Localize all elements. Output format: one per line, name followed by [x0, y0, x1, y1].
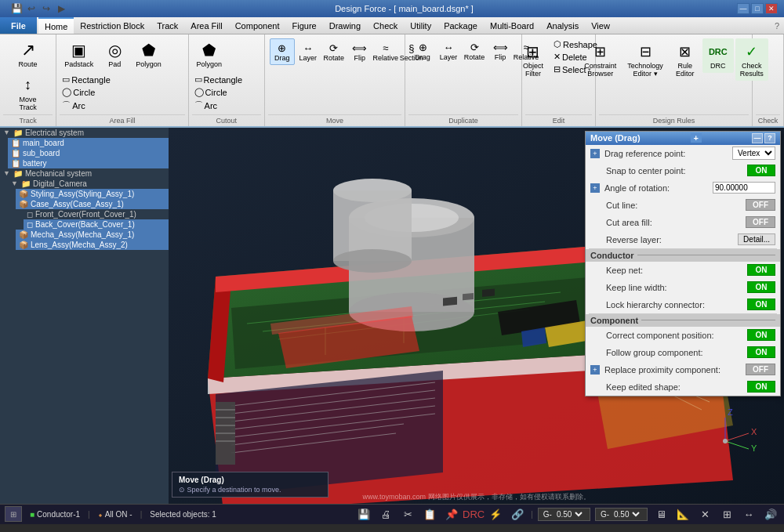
menu-analysis[interactable]: Analysis — [540, 17, 585, 34]
panel-help[interactable]: ? — [764, 133, 775, 143]
drag-panel-help[interactable]: + — [691, 133, 702, 143]
correct-comp-toggle[interactable]: ON — [747, 329, 775, 341]
qa-undo[interactable]: ↩ — [24, 2, 38, 16]
status-icon-10[interactable]: 📐 — [674, 506, 691, 522]
minimize-button[interactable]: — — [737, 3, 750, 14]
panel-minimize[interactable]: — — [752, 133, 763, 143]
menu-restriction-block[interactable]: Restriction Block — [74, 17, 151, 34]
arc-btn[interactable]: ⌒ Arc — [60, 99, 113, 112]
tree-electrical-system[interactable]: ▼ 📁 Electrical system — [0, 128, 169, 138]
dup-flip-button[interactable]: ⟺ Flip — [488, 38, 513, 63]
g1-label: G- — [543, 510, 552, 519]
reverse-layer-detail[interactable]: Detail... — [738, 233, 775, 245]
dup-layer-button[interactable]: ↔ Layer — [436, 38, 461, 63]
g1-select[interactable]: 0.50 — [554, 509, 585, 519]
constraint-browser-button[interactable]: ⊞ ConstraintBrowser — [579, 38, 621, 81]
flip-button[interactable]: ⟺ Flip — [347, 39, 372, 64]
tree-back-cover[interactable]: ◻ Back_Cover(Back_Cover_1) — [24, 219, 169, 230]
status-icon-4[interactable]: 📋 — [421, 506, 438, 522]
tree-digital-camera[interactable]: ▼ 📁 Digital_Camera — [8, 179, 169, 189]
menu-view[interactable]: View — [585, 17, 616, 34]
move-track-button[interactable]: ↕ MoveTrack — [13, 72, 44, 114]
qa-play[interactable]: ▶ — [54, 2, 68, 16]
status-icon-1[interactable]: 💾 — [355, 506, 372, 522]
pad-button[interactable]: ◎ Pad — [99, 37, 130, 71]
menu-utility[interactable]: Utility — [404, 17, 437, 34]
menu-package[interactable]: Package — [437, 17, 484, 34]
replace-prox-toggle[interactable]: OFF — [746, 364, 775, 375]
status-icon-5[interactable]: 📌 — [443, 506, 460, 522]
rule-editor-button[interactable]: ⊠ RuleEditor — [670, 38, 701, 81]
tree-lens-assy[interactable]: 📦 Lens_Assy(Mecha_Assy_2) — [16, 240, 169, 250]
keep-edited-toggle[interactable]: ON — [747, 381, 775, 393]
route-button[interactable]: ↗ Route — [13, 37, 44, 71]
relative-button[interactable]: ≈ Relative — [373, 39, 398, 64]
technology-editor-button[interactable]: ⊟ TechnologyEditor ▾ — [622, 38, 668, 81]
status-icon-3[interactable]: ✂ — [399, 506, 416, 522]
circle-btn[interactable]: ◯ Circle — [60, 86, 113, 98]
status-icon-7[interactable]: ⚡ — [487, 506, 504, 522]
tree-front-cover[interactable]: ◻ Front_Cover(Front_Cover_1) — [24, 209, 169, 219]
drc-status-icon[interactable]: DRC — [465, 506, 482, 522]
menu-area-fill[interactable]: Area Fill — [184, 17, 228, 34]
cut-line-toggle[interactable]: OFF — [746, 199, 775, 211]
menu-drawing[interactable]: Drawing — [323, 17, 367, 34]
tree-mecha-assy[interactable]: 📦 Mecha_Assy(Mecha_Assy_1) — [16, 230, 169, 240]
status-icon-9[interactable]: 🖥 — [652, 506, 670, 522]
padstack-button[interactable]: ▣ Padstack — [60, 37, 98, 71]
menu-component[interactable]: Component — [229, 17, 286, 34]
qa-save[interactable]: 💾 — [9, 2, 24, 16]
angle-expand[interactable]: + — [590, 183, 600, 193]
net-color-indicator: ⬥ — [98, 510, 103, 519]
status-icon-2[interactable]: 🖨 — [377, 506, 394, 522]
tree-main-board[interactable]: 📋 main_board — [8, 138, 169, 148]
status-icon-11[interactable]: ✕ — [696, 506, 713, 522]
cutout-polygon-button[interactable]: ⬟ Polygon — [192, 37, 227, 71]
status-icon-13[interactable]: ↔ — [740, 506, 757, 522]
status-icon-14[interactable]: 🔊 — [762, 506, 779, 522]
cutout-rect-btn[interactable]: ▭ Rectangle — [192, 74, 245, 85]
menu-track[interactable]: Track — [151, 17, 184, 34]
follow-group-toggle[interactable]: ON — [747, 346, 775, 358]
drag-ref-expand[interactable]: + — [590, 149, 600, 158]
dup-drag-button[interactable]: ⊕ Drag — [410, 38, 435, 63]
cutout-arc-btn[interactable]: ⌒ Arc — [192, 99, 245, 112]
tree-styling-assy[interactable]: 📦 Styling_Assy(Styling_Assy_1) — [16, 189, 169, 199]
menu-home[interactable]: Home — [38, 17, 74, 34]
tree-mechanical-system[interactable]: ▼ 📁 Mechanical system — [0, 168, 169, 179]
maximize-button[interactable]: □ — [751, 3, 764, 14]
drag-button[interactable]: ⊕ Drag — [270, 38, 295, 65]
menu-multi-board[interactable]: Multi-Board — [484, 17, 540, 34]
menu-check[interactable]: Check — [367, 17, 404, 34]
rotate-button[interactable]: ⟳ Rotate — [321, 39, 347, 64]
lock-hier-toggle[interactable]: ON — [747, 299, 775, 310]
cutout-circle-btn[interactable]: ◯ Circle — [192, 86, 245, 98]
cut-area-toggle[interactable]: OFF — [746, 216, 775, 228]
status-grid-btn[interactable]: ⊞ — [5, 506, 22, 522]
tree-case-assy[interactable]: 📦 Case_Assy(Case_Assy_1) — [16, 199, 169, 209]
dup-layer-icon: ↔ — [441, 40, 456, 54]
canvas-area[interactable]: X Y Z Collision Collision Move (Drag) ⊙ … — [169, 128, 784, 504]
g2-select[interactable]: 0.50 — [611, 509, 642, 519]
drag-ref-select[interactable]: Vertex — [732, 147, 775, 160]
tree-battery[interactable]: 📋 battery — [8, 158, 169, 168]
close-button[interactable]: ✕ — [765, 3, 778, 14]
keep-net-toggle[interactable]: ON — [747, 264, 775, 276]
tree-sub-board[interactable]: 📋 sub_board — [8, 148, 169, 158]
follow-group-row: Follow group component: ON — [586, 344, 780, 361]
file-menu[interactable]: File — [0, 17, 37, 34]
dup-rotate-button[interactable]: ⟳ Rotate — [462, 38, 487, 63]
angle-input[interactable] — [713, 182, 775, 194]
polygon-area-button[interactable]: ⬟ Polygon — [131, 37, 166, 71]
drc-button[interactable]: DRC DRC — [702, 38, 734, 73]
move-layer-button[interactable]: ↔ Layer — [296, 39, 321, 64]
status-icon-8[interactable]: 🔗 — [509, 506, 526, 522]
qa-redo[interactable]: ↪ — [39, 2, 53, 16]
rectangle-btn[interactable]: ▭ Rectangle — [60, 74, 113, 85]
keep-line-width-toggle[interactable]: ON — [747, 281, 775, 293]
replace-prox-expand[interactable]: + — [590, 365, 600, 375]
status-icon-12[interactable]: ⊞ — [718, 506, 735, 522]
object-filter-button[interactable]: ⊞ ObjectFilter — [517, 38, 549, 81]
menu-figure[interactable]: Figure — [286, 17, 323, 34]
snap-center-toggle[interactable]: ON — [747, 165, 775, 176]
